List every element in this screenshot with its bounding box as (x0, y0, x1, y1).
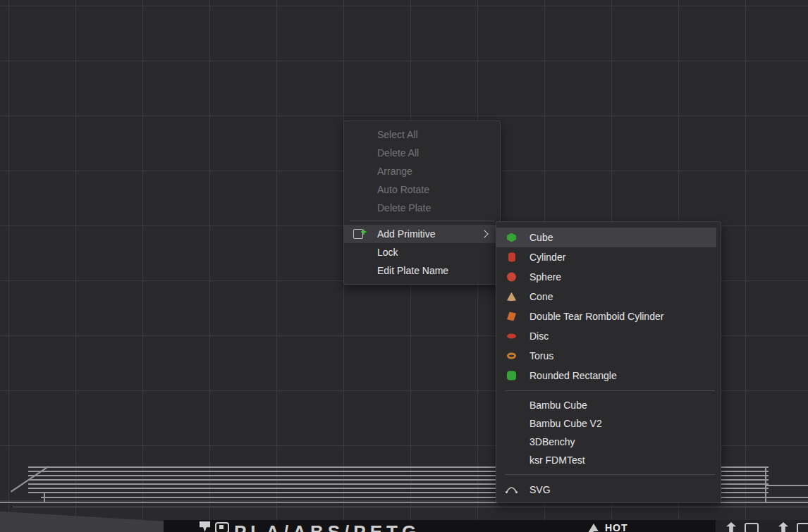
submenu-item-torus[interactable]: Torus (496, 346, 721, 366)
svg-curve-icon (506, 486, 518, 494)
plate-slot-icon (215, 522, 229, 532)
menu-item-add-primitive[interactable]: Add Primitive (344, 225, 500, 243)
add-primitive-submenu: Cube Cylinder Sphere Cone Double Tear Ro… (496, 221, 721, 503)
submenu-item-bambu-cube[interactable]: Bambu Cube (496, 396, 721, 414)
submenu-item-label: ksr FDMTest (530, 454, 585, 466)
submenu-item-cylinder[interactable]: Cylinder (496, 247, 721, 267)
menu-item-edit-plate-name[interactable]: Edit Plate Name (344, 261, 500, 280)
menu-item-delete-all: Delete All (344, 144, 500, 162)
submenu-item-label: Cylinder (530, 252, 565, 263)
bed-edge-line (13, 507, 808, 507)
submenu-separator (505, 390, 715, 391)
submenu-item-label: SVG (530, 484, 551, 495)
submenu-item-label: Cone (530, 291, 553, 302)
submenu-item-label: Rounded Rectangle (530, 370, 617, 381)
menu-item-label: Delete All (377, 147, 419, 159)
submenu-item-ksr-fdmtest[interactable]: ksr FDMTest (496, 451, 721, 469)
chevron-right-icon (480, 230, 488, 237)
cone-icon (507, 292, 516, 302)
menu-item-delete-plate: Delete Plate (344, 199, 500, 217)
submenu-item-label: Double Tear Romboid Cylinder (530, 311, 663, 322)
submenu-item-double-tear-romboid-cylinder[interactable]: Double Tear Romboid Cylinder (496, 307, 721, 326)
submenu-item-label: Bambu Cube V2 (530, 418, 602, 429)
menu-item-label: Lock (377, 247, 398, 258)
submenu-item-label: Cube (530, 232, 553, 243)
menu-item-lock[interactable]: Lock (344, 243, 500, 261)
menu-item-select-all: Select All (344, 125, 500, 144)
menu-item-label: Auto Rotate (377, 184, 429, 195)
submenu-item-sphere[interactable]: Sphere (496, 267, 721, 287)
menu-item-label: Edit Plate Name (377, 265, 448, 276)
submenu-separator (505, 474, 715, 475)
disc-icon (507, 334, 516, 339)
menu-item-label: Select All (377, 129, 418, 140)
submenu-item-label: Sphere (530, 271, 561, 283)
viewport-3d[interactable]: PLA/ABS/PETG HOT Select All Delete All A… (0, 0, 808, 532)
submenu-item-cube[interactable]: Cube (496, 228, 716, 247)
submenu-item-label: Bambu Cube (530, 400, 587, 411)
submenu-item-cone[interactable]: Cone (496, 287, 721, 307)
menu-item-label: Delete Plate (377, 202, 431, 214)
menu-item-auto-rotate: Auto Rotate (344, 180, 500, 199)
submenu-item-bambu-cube-v2[interactable]: Bambu Cube V2 (496, 414, 721, 433)
submenu-item-disc[interactable]: Disc (496, 326, 721, 346)
tray-icon (745, 523, 759, 532)
tray-icon (797, 523, 808, 532)
romboid-cylinder-icon (507, 312, 516, 321)
plate-material-label: PLA/ABS/PETG (234, 521, 420, 532)
torus-icon (507, 353, 516, 359)
submenu-item-label: Torus (530, 350, 553, 361)
bed-edge-segment (765, 468, 766, 486)
bed-corner-bracket (765, 485, 808, 503)
sphere-icon (507, 273, 516, 282)
submenu-item-label: Disc (530, 330, 549, 342)
menu-item-arrange: Arrange (344, 162, 500, 180)
submenu-item-label: 3DBenchy (530, 436, 575, 447)
menu-separator (350, 221, 494, 221)
menu-item-label: Arrange (377, 166, 412, 177)
submenu-item-rounded-rectangle[interactable]: Rounded Rectangle (496, 366, 721, 385)
add-primitive-icon (353, 229, 363, 239)
hot-label: HOT (605, 522, 628, 532)
cube-icon (507, 233, 516, 242)
submenu-item-svg[interactable]: SVG (496, 480, 721, 500)
submenu-item-3dbenchy[interactable]: 3DBenchy (496, 433, 721, 451)
hot-warning-icon (588, 524, 599, 532)
cylinder-icon (508, 253, 515, 262)
rounded-rectangle-icon (507, 371, 516, 381)
context-menu: Select All Delete All Arrange Auto Rotat… (343, 120, 501, 285)
menu-item-label: Add Primitive (377, 228, 435, 240)
